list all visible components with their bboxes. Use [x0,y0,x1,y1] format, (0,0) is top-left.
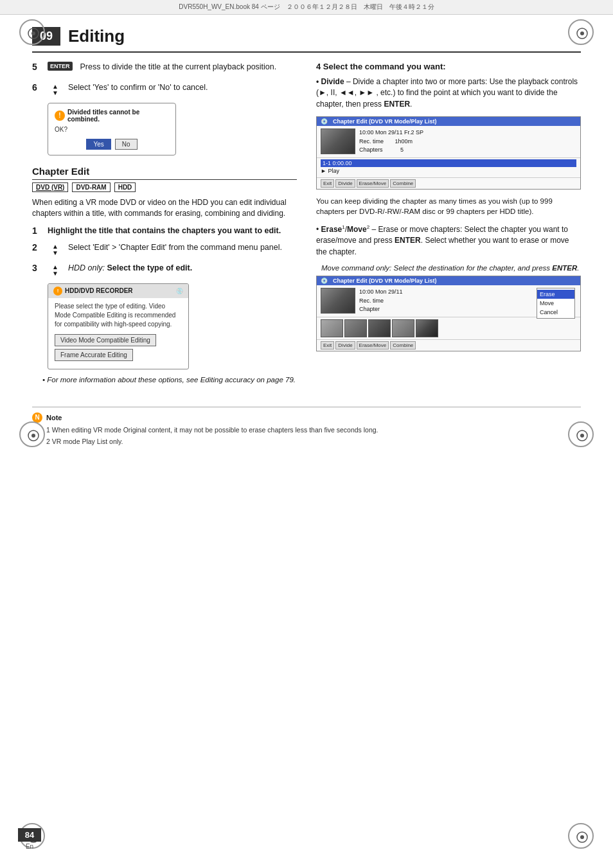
thumb-2 [344,319,367,337]
arrow-up: ▲ [52,84,58,90]
hdd-dialog: ! HDD/DVD RECORDER 💿 Please select the t… [48,283,189,369]
page-number: 84 [18,828,41,842]
step-5-num: 5 [32,62,42,72]
step-5-text: Press to divide the title at the current… [80,62,297,73]
screen-footer-1: Exit Divide Erase/Move Combine [317,177,580,189]
screen-body-2: 10:00 Mon 29/11 Rec. time Chapter Erase … [317,285,580,317]
arrow-down: ▼ [52,90,58,96]
footer-combine-1: Combine [390,179,416,188]
editing-accuracy-note: • For more information about these optio… [42,375,297,385]
move-only-label: Move command only: [321,264,391,272]
bullet-dot: • [316,225,321,234]
screen-thumbnail-1 [321,128,355,154]
format-hdd: HDD [114,182,136,192]
corner-decoration-tl [19,19,45,45]
screen-thumbnail-2 [321,288,355,314]
main-content: 5 ENTER Press to divide the title at the… [0,62,613,394]
footer-erase-2: Erase/Move [357,341,389,350]
screen-rec-time-1: Rec. time 1h00m [359,137,576,146]
confirm-dialog: ! Divided titles cannot be combined. OK?… [48,103,176,155]
screen-topbar-2: 💿 Chapter Edit (DVD VR Mode/Play List) [317,276,580,285]
note-title: Note [46,414,62,421]
screen-title-1: Chapter Edit (DVD VR Mode/Play List) [333,118,437,125]
note-item-2: 2 VR mode Play List only. [46,437,581,447]
screen-mockup-1: 💿 Chapter Edit (DVD VR Mode/Play List) 1… [316,116,581,190]
screen-chapters-1: Chapters 5 [359,146,576,155]
thumb-1 [321,319,343,337]
page-header: DVR550H_WV_EN.book 84 ページ ２００６年１２月２８日 木曜… [0,0,613,15]
dialog-no-button[interactable]: No [115,139,138,150]
dialog-body: OK? [55,125,169,134]
hdd-dialog-body: Please select the type of editing. Video… [55,302,182,329]
video-mode-button[interactable]: Video Mode Compatible Editing [55,334,156,346]
thumb-3 [368,319,391,337]
svg-point-7 [580,835,584,839]
page-title: Editing [68,26,125,46]
thumb-4 [392,319,414,337]
move-enter2: ENTER [552,264,577,272]
step-5-row: 5 ENTER Press to divide the title at the… [32,62,297,73]
step-1-row: 1 Highlight the title that contains the … [32,226,297,237]
footer-combine-2: Combine [390,341,416,350]
hdd-dialog-title: HDD/DVD RECORDER [65,287,133,294]
step-3-text: HDD only: Select the type of edit. [68,263,297,274]
corner-decoration-ml [19,421,45,447]
divide-enter: ENTER [384,100,410,109]
svg-point-3 [580,31,584,35]
format-dvd-vr: DVD (VR) [32,182,68,192]
screen-play-label: ► Play [321,167,576,175]
note-header: N Note [32,412,581,423]
screen-title-2: Chapter Edit (DVD VR Mode/Play List) [333,278,437,284]
arrow2-down: ▼ [52,250,58,256]
popup-erase[interactable]: Erase [537,290,574,299]
footer-exit-1: Exit [321,179,334,188]
erase-move-popup: Erase Move Cancel [537,288,575,319]
page-number-area: 84 En [18,828,41,850]
screen-info-1: 10:00 Mon 29/11 Fr.2 SP Rec. time 1h00m … [359,128,576,155]
move-label: Move [347,225,367,234]
note-section: N Note 1 When editing VR mode Original c… [32,407,581,447]
dialog-warning-icon: ! [55,111,65,121]
step-1-bold: Highlight the title that contains the ch… [48,226,281,235]
chapter-edit-section: Chapter Edit DVD (VR) DVD-RAM HDD When e… [32,166,297,385]
screen-disc-icon-2: 💿 [321,278,328,284]
step-3-row: 3 ▲ ▼ HDD only: Select the type of edit. [32,263,297,278]
chapter-header: 09 Editing [32,26,581,53]
note-items: 1 When editing VR mode Original content,… [32,425,581,447]
popup-move[interactable]: Move [537,299,574,308]
step-1-text: Highlight the title that contains the ch… [48,226,297,237]
move-sup: 2 [367,224,369,230]
format-dvd-ram: DVD-RAM [72,182,110,192]
svg-point-11 [580,434,584,438]
dialog-header: ! Divided titles cannot be combined. [55,109,169,123]
footer-divide-1: Divide [335,179,355,188]
screen-list-item-1: 1-1 0:00.00 [321,159,576,167]
screen-body-1: 10:00 Mon 29/11 Fr.2 SP Rec. time 1h00m … [317,126,580,157]
move-only-note: Move command only: Select the destinatio… [316,264,581,272]
arrow3-down: ▼ [52,270,58,277]
dialog-yes-button[interactable]: Yes [86,139,111,150]
step-6-block: 6 ▲ ▼ Select 'Yes' to confirm or 'No' to… [32,82,297,155]
frame-accurate-button[interactable]: Frame Accurate Editing [55,349,133,361]
step-3-nav-icon: ▲ ▼ [48,263,63,278]
screen-disc-icon-1: 💿 [321,118,328,125]
step-6-nav-icon: ▲ ▼ [48,82,63,98]
screen-thumb-row [317,317,580,339]
hdd-dialog-header: ! HDD/DVD RECORDER 💿 [48,284,188,298]
divide-desc: – Divide a chapter into two or more part… [316,77,578,109]
step-6-text: Select 'Yes' to confirm or 'No' to cance… [68,82,297,94]
step-3-bold: Select the type of edit. [107,263,192,272]
step-2-num: 2 [32,242,42,252]
corner-decoration-br [568,823,594,849]
popup-cancel[interactable]: Cancel [537,308,574,317]
screen-mockup-2: 💿 Chapter Edit (DVD VR Mode/Play List) 1… [316,276,581,351]
erase-enter: ENTER [395,236,421,245]
footer-erase-1: Erase/Move [357,179,389,188]
move-only-desc: Select the destination for the chapter, … [394,264,551,272]
note-item-1: 1 When editing VR mode Original content,… [46,425,581,436]
screen-footer-2: Exit Divide Erase/Move Combine [317,339,580,351]
erase-label: Erase [321,225,342,234]
svg-point-9 [31,434,35,438]
corner-decoration-mr [568,421,594,447]
corner-decoration-tr [568,19,594,45]
